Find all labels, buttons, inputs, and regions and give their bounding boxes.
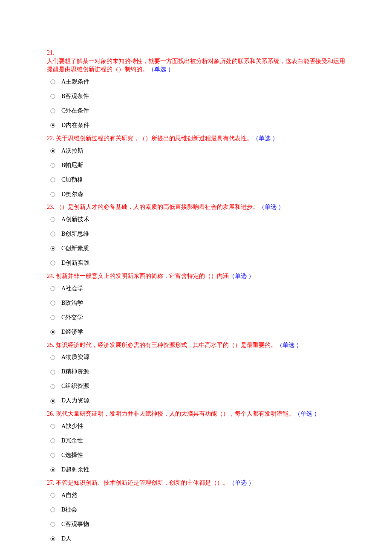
option-label: C外交学 (59, 313, 83, 322)
option-label: C创新素质 (59, 244, 89, 253)
radio-unselected-icon[interactable] (47, 452, 59, 458)
option-label: D内在条件 (59, 121, 89, 130)
options: A沃拉斯B帕尼斯C加勒格D奥尔森 (47, 143, 345, 201)
question-number: 21. (47, 49, 55, 56)
radio-unselected-icon[interactable] (47, 162, 59, 168)
radio-unselected-icon[interactable] (47, 79, 59, 84)
question-type-tag: （单选 ） (253, 135, 278, 142)
radio-unselected-icon[interactable] (47, 108, 59, 113)
radio-unselected-icon[interactable] (47, 191, 59, 197)
option-label: C选择性 (59, 451, 83, 460)
svg-point-24 (52, 400, 54, 402)
radio-unselected-icon[interactable] (47, 93, 59, 99)
option-row: C外在条件 (47, 104, 345, 118)
radio-selected-icon[interactable] (47, 122, 59, 128)
option-row: C外交学 (47, 310, 345, 325)
option-label: A缺少性 (59, 422, 84, 431)
radio-unselected-icon[interactable] (47, 507, 59, 512)
svg-point-25 (51, 424, 55, 428)
svg-point-2 (51, 109, 55, 113)
radio-unselected-icon[interactable] (47, 315, 59, 320)
question-text: 知识经济时代，经济发展所必需的有三种资源形式，其中高水平的（）是最重要的。 (56, 342, 277, 348)
question-header: 25. 知识经济时代，经济发展所必需的有三种资源形式，其中高水平的（）是最重要的… (47, 341, 345, 350)
question-25: 25. 知识经济时代，经济发展所必需的有三种资源形式，其中高水平的（）是最重要的… (47, 341, 345, 408)
radio-selected-icon[interactable] (47, 148, 59, 153)
svg-point-9 (51, 192, 55, 197)
question-21: 21. 人们要想了解某一对象的未知的特性，就要一方面找出被分析对象所处的联系和关… (47, 49, 345, 133)
radio-selected-icon[interactable] (47, 536, 59, 541)
question-number: 26. (47, 410, 56, 417)
question-header: 22. 关于思维创新过程的有关研究，（）所提出的思维创新过程最具有代表性。（单选… (47, 134, 345, 143)
question-header: 21. 人们要想了解某一对象的未知的特性，就要一方面找出被分析对象所处的联系和关… (47, 49, 345, 74)
radio-unselected-icon[interactable] (47, 423, 59, 429)
option-row: C选择性 (47, 448, 345, 462)
option-row: A创新技术 (47, 212, 345, 227)
option-row: A社会学 (47, 281, 345, 296)
radio-selected-icon[interactable] (47, 398, 59, 404)
option-row: A缺少性 (47, 419, 345, 434)
question-type-tag: （单选 ） (277, 342, 302, 348)
question-number: 23. (47, 204, 56, 210)
option-row: B政治学 (47, 296, 345, 310)
radio-unselected-icon[interactable] (47, 438, 59, 443)
radio-selected-icon[interactable] (47, 246, 59, 251)
option-row: A沃拉斯 (47, 143, 345, 158)
radio-unselected-icon[interactable] (47, 355, 59, 360)
question-type-tag: （单选 ） (229, 273, 254, 279)
radio-unselected-icon[interactable] (47, 260, 59, 266)
option-row: B社会 (47, 502, 345, 517)
option-row: A主观条件 (47, 75, 345, 89)
question-text: 关于思维创新过程的有关研究，（）所提出的思维创新过程最具有代表性。 (56, 135, 253, 142)
radio-unselected-icon[interactable] (47, 286, 59, 291)
radio-unselected-icon[interactable] (47, 177, 59, 182)
option-label: D人力资源 (59, 396, 89, 405)
option-label: B社会 (59, 506, 77, 514)
options: A缺少性B冗余性C选择性D超剩余性 (47, 419, 345, 477)
question-number: 25. (47, 342, 56, 348)
option-row: B客观条件 (47, 89, 345, 104)
svg-point-19 (52, 331, 54, 333)
svg-point-13 (52, 248, 54, 250)
radio-unselected-icon[interactable] (47, 300, 59, 306)
radio-unselected-icon[interactable] (47, 492, 59, 498)
option-label: D创新实践 (59, 259, 89, 267)
radio-unselected-icon[interactable] (47, 384, 59, 389)
options: A社会学B政治学C外交学D经济学 (47, 281, 345, 339)
question-23: 23. （）是创新人才的必备基础，人的素质的高低直接影响着社会的发展和进步。（单… (47, 203, 345, 270)
option-row: D经济学 (47, 325, 345, 339)
option-label: B帕尼斯 (59, 161, 83, 170)
svg-point-7 (51, 163, 55, 168)
question-list: 21. 人们要想了解某一对象的未知的特性，就要一方面找出被分析对象所处的联系和关… (47, 49, 345, 546)
radio-unselected-icon[interactable] (47, 369, 59, 375)
svg-point-27 (51, 453, 55, 457)
option-row: A自然 (47, 488, 345, 502)
option-label: D奥尔森 (59, 190, 84, 199)
svg-point-17 (51, 315, 55, 320)
svg-point-14 (51, 261, 55, 265)
radio-selected-icon[interactable] (47, 329, 59, 335)
question-24: 24. 创新并非一般意义上的发明新东西的简称，它富含特定的（）内涵（单选 ）A社… (47, 272, 345, 339)
svg-point-30 (51, 493, 55, 497)
radio-selected-icon[interactable] (47, 467, 59, 472)
option-label: A社会学 (59, 284, 84, 293)
radio-unselected-icon[interactable] (47, 231, 59, 237)
option-row: C组织资源 (47, 379, 345, 393)
option-label: B冗余性 (59, 436, 83, 445)
option-row: D创新实践 (47, 256, 345, 270)
svg-point-16 (51, 301, 55, 305)
question-header: 27. 不管是知识创新、技术创新还是管理创新，创新的主体都是（）。（单选 ） (47, 479, 345, 487)
option-label: D超剩余性 (59, 465, 89, 474)
svg-point-8 (51, 178, 55, 182)
option-row: B帕尼斯 (47, 158, 345, 172)
radio-unselected-icon[interactable] (47, 521, 59, 527)
svg-point-21 (51, 370, 55, 374)
option-label: C客观事物 (59, 520, 89, 529)
option-label: B客观条件 (59, 92, 89, 101)
svg-point-4 (52, 124, 54, 127)
radio-unselected-icon[interactable] (47, 217, 59, 222)
svg-point-26 (51, 439, 55, 443)
option-label: A主观条件 (59, 78, 89, 86)
svg-point-10 (51, 217, 55, 222)
option-label: C加勒格 (59, 176, 83, 184)
svg-point-29 (52, 469, 54, 471)
